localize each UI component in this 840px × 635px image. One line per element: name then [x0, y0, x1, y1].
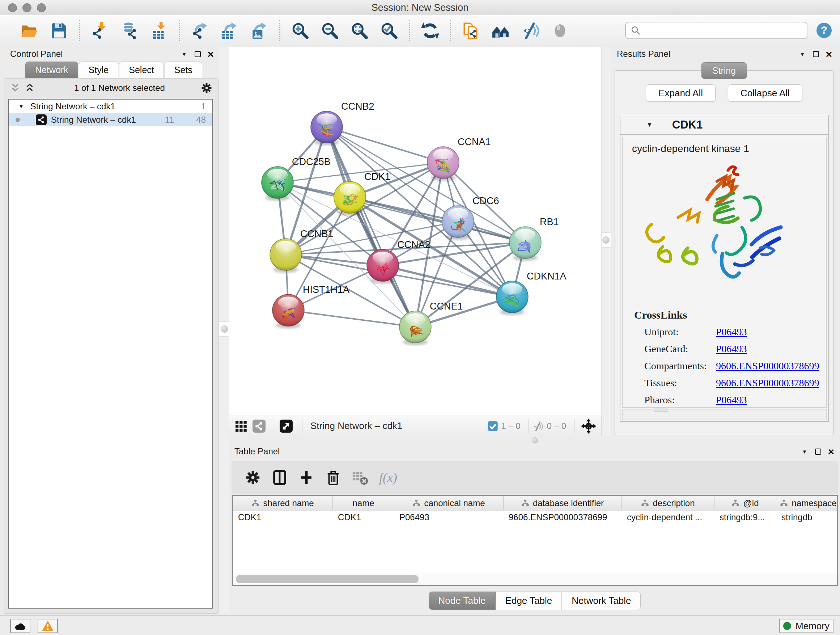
panel-close-icon[interactable]: × — [826, 51, 832, 57]
panel-float-icon[interactable] — [815, 448, 821, 455]
network-collection-row[interactable]: ▼ String Network – cdk1 1 — [9, 100, 212, 113]
panel-close-icon[interactable]: × — [828, 448, 834, 455]
tab-network-table[interactable]: Network Table — [562, 592, 641, 610]
zoom-in-button[interactable] — [291, 21, 309, 40]
memory-button[interactable]: Memory — [779, 619, 834, 633]
node-CCNB1[interactable] — [270, 239, 302, 273]
network-row[interactable]: String Network – cdk1 11 48 — [9, 113, 212, 126]
panel-menu-icon[interactable]: ▼ — [800, 51, 805, 57]
cell-shared-name[interactable]: CDK1 — [233, 512, 333, 523]
right-splitter[interactable] — [601, 47, 610, 436]
show-eye-button[interactable] — [551, 21, 569, 40]
column-header-description[interactable]: description — [622, 496, 714, 510]
add-column-icon[interactable] — [298, 469, 315, 486]
crosslink-link[interactable]: 9606.ENSP00000378699 — [716, 360, 819, 372]
tab-edge-table[interactable]: Edge Table — [496, 592, 562, 610]
import-network-database-button[interactable] — [120, 21, 139, 40]
table-row[interactable]: CDK1CDK1P064939606.ENSP00000378699cyclin… — [233, 510, 837, 524]
tab-node-table[interactable]: Node Table — [429, 592, 496, 610]
delete-column-icon[interactable] — [325, 469, 341, 486]
export-image-button[interactable] — [250, 21, 269, 40]
hidden-eye-icon[interactable] — [533, 421, 544, 432]
tree-expander-icon[interactable]: ▼ — [19, 103, 24, 109]
show-columns-icon[interactable] — [271, 469, 288, 486]
save-session-button[interactable] — [50, 21, 68, 40]
export-table-button[interactable] — [220, 21, 239, 40]
cell-name[interactable]: CDK1 — [333, 512, 394, 523]
import-table-button[interactable] — [150, 21, 169, 40]
node-RB1[interactable] — [509, 226, 541, 261]
table-hscrollbar[interactable] — [233, 573, 837, 585]
crosslink-link[interactable]: P06493 — [716, 326, 747, 338]
table-settings-icon[interactable] — [245, 469, 261, 486]
right-splitter-handle[interactable] — [600, 233, 611, 248]
hide-eye-button[interactable] — [521, 21, 540, 40]
bottom-splitter-handle[interactable] — [532, 437, 538, 443]
home-button[interactable] — [491, 21, 510, 40]
node-CDKN1A[interactable] — [496, 281, 528, 315]
bottom-splitter[interactable] — [229, 436, 840, 445]
table-hscrollbar-thumb[interactable] — [236, 575, 418, 583]
left-splitter-handle[interactable] — [219, 321, 230, 337]
warnings-button[interactable] — [38, 619, 58, 633]
cell-description[interactable]: cyclin-dependent ... — [622, 512, 714, 523]
column-header-canonical-name[interactable]: canonical name — [394, 496, 504, 510]
cloud-button[interactable] — [10, 619, 30, 633]
node-HIST1H1A[interactable] — [272, 295, 304, 329]
column-header-name[interactable]: name — [333, 496, 394, 510]
search-box[interactable] — [625, 22, 807, 39]
column-header-namespace[interactable]: namespace — [776, 496, 840, 510]
fit-selected-icon[interactable] — [581, 418, 596, 434]
import-network-button[interactable] — [90, 21, 109, 40]
cell-canonical-name[interactable]: P06493 — [394, 512, 504, 523]
collapse-all-icon[interactable] — [10, 82, 21, 93]
gear-icon[interactable] — [201, 82, 213, 94]
tab-sets[interactable]: Sets — [164, 62, 202, 78]
gene-section-header[interactable]: ▼ CDK1 — [621, 115, 829, 135]
panel-menu-icon[interactable]: ▼ — [182, 51, 187, 57]
detach-view-icon[interactable] — [279, 420, 293, 432]
network-view-icon[interactable] — [253, 420, 265, 432]
network-canvas[interactable]: CCNB2CCNA1CDC25BCDK1CDC6RB1CCNB1CCNA2CDK… — [229, 47, 601, 416]
crosslink-link[interactable]: 9606.ENSP00000378699 — [716, 377, 819, 389]
expand-all-icon[interactable] — [24, 82, 35, 93]
expand-all-button[interactable]: Expand All — [646, 84, 715, 102]
tab-select[interactable]: Select — [119, 62, 164, 78]
panel-menu-icon[interactable]: ▼ — [802, 448, 807, 455]
open-folder-button[interactable] — [20, 21, 39, 40]
node-table[interactable]: shared namenamecanonical namedatabase id… — [232, 495, 838, 586]
column-header-database-identifier[interactable]: database identifier — [504, 496, 622, 510]
export-network-button[interactable] — [191, 21, 210, 40]
cell-namespace[interactable]: stringdb — [776, 512, 840, 523]
edge-CCNE1-HIST1H1A[interactable] — [288, 310, 415, 327]
node-CDC25B[interactable] — [262, 166, 294, 201]
section-expander-icon[interactable]: ▼ — [646, 121, 653, 128]
results-scrollbar[interactable] — [622, 409, 827, 420]
crosslink-link[interactable]: P06493 — [716, 394, 747, 406]
tab-style[interactable]: Style — [79, 62, 118, 78]
tab-string[interactable]: String — [701, 62, 747, 79]
clone-network-button[interactable] — [462, 21, 480, 40]
collapse-all-button[interactable]: Collapse All — [728, 84, 802, 102]
panel-close-icon[interactable]: × — [207, 51, 214, 57]
grid-view-icon[interactable] — [234, 420, 248, 432]
refresh-network-button[interactable] — [421, 21, 439, 40]
panel-float-icon[interactable] — [195, 51, 201, 57]
edge-CCNB2-CCNA1[interactable] — [327, 127, 443, 163]
panel-float-icon[interactable] — [813, 51, 819, 57]
crosslink-link[interactable]: P06493 — [716, 343, 747, 355]
zoom-out-button[interactable] — [321, 21, 339, 40]
cell-database-identifier[interactable]: 9606.ENSP00000378699 — [504, 512, 622, 523]
zoom-fit-button[interactable] — [350, 21, 369, 40]
node-CCNE1[interactable] — [399, 311, 431, 345]
edge-CCNB2-CCNE1[interactable] — [327, 127, 415, 327]
tab-network[interactable]: Network — [25, 62, 78, 78]
column-header-shared-name[interactable]: shared name — [233, 496, 333, 510]
node-CCNA1[interactable] — [427, 147, 459, 181]
help-button[interactable]: ? — [815, 22, 833, 39]
selected-checkbox-icon[interactable] — [487, 421, 498, 432]
zoom-selected-button[interactable] — [380, 21, 399, 40]
column-header--id[interactable]: @id — [714, 496, 776, 510]
cell--id[interactable]: stringdb:9... — [714, 512, 776, 523]
left-splitter[interactable] — [219, 47, 229, 614]
